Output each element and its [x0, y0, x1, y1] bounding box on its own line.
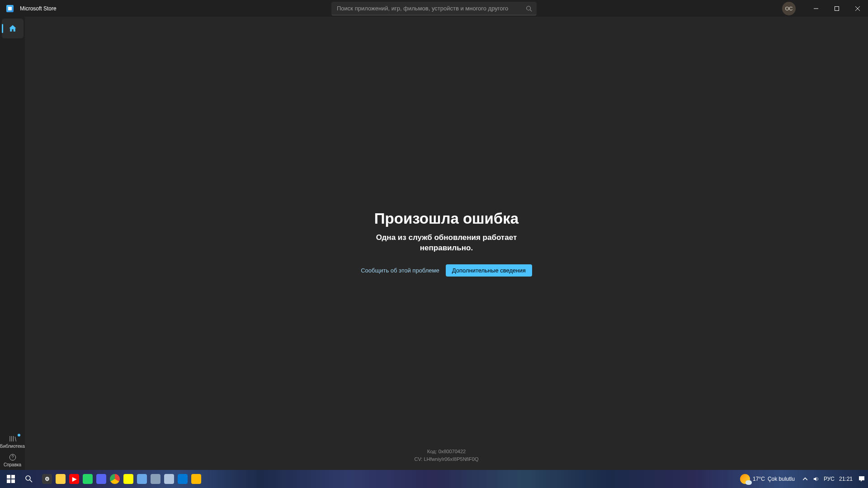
system-tray[interactable]: РУС	[802, 476, 835, 482]
svg-line-1	[530, 9, 532, 11]
taskbar: ⚙ ▶ 17°C Çok bulutlu РУС 21:21	[0, 470, 868, 488]
weather-desc: Çok bulutlu	[768, 476, 795, 482]
app-title: Microsoft Store	[20, 5, 57, 12]
sidebar: Библиотека Справка	[0, 17, 25, 470]
taskbar-clock[interactable]: 21:21	[838, 476, 854, 482]
search-wrap	[331, 2, 537, 15]
tb-app-generic3[interactable]	[163, 470, 175, 488]
tb-app-discord[interactable]	[95, 470, 108, 488]
error-cv: CV: LHfwniyIr06xI8P5NfiF0Q	[25, 455, 868, 464]
svg-rect-3	[835, 6, 839, 10]
content-area: Произошла ошибка Одна из служб обновлени…	[25, 17, 868, 470]
error-subtitle-line1: Одна из служб обновления работает	[376, 233, 517, 242]
library-icon	[9, 435, 17, 443]
chevron-up-icon	[802, 476, 808, 482]
store-app-icon	[6, 5, 14, 12]
error-code: Код: 0x80070422	[25, 448, 868, 456]
tb-app-generic1[interactable]	[136, 470, 148, 488]
titlebar: Microsoft Store OC	[0, 0, 868, 17]
help-icon	[9, 453, 17, 461]
nav-home[interactable]	[2, 19, 24, 38]
nav-help[interactable]: Справка	[0, 451, 25, 467]
error-actions: Сообщить об этой проблеме Дополнительные…	[361, 264, 532, 277]
windows-icon	[7, 475, 15, 483]
action-center-button[interactable]	[857, 475, 866, 483]
tray-language[interactable]: РУС	[824, 476, 835, 482]
tb-app-snapchat[interactable]	[122, 470, 135, 488]
svg-rect-12	[7, 475, 10, 479]
weather-temp: 17°C	[753, 476, 765, 482]
maximize-button[interactable]	[826, 2, 847, 15]
error-subtitle: Одна из служб обновления работает неправ…	[376, 233, 517, 253]
svg-line-9	[15, 437, 16, 442]
taskbar-weather[interactable]: 17°C Çok bulutlu	[740, 474, 795, 484]
svg-line-17	[30, 480, 32, 482]
tb-app-store[interactable]	[190, 470, 203, 488]
search-icon	[25, 475, 33, 483]
home-icon	[8, 24, 17, 33]
profile-avatar[interactable]: OC	[782, 2, 796, 15]
search-input[interactable]	[331, 2, 537, 15]
report-problem-link[interactable]: Сообщить об этой проблеме	[361, 267, 439, 274]
tb-app-youtube[interactable]: ▶	[68, 470, 80, 488]
start-button[interactable]	[2, 470, 20, 488]
weather-icon	[740, 474, 750, 484]
svg-rect-15	[11, 479, 15, 483]
tb-app-explorer[interactable]	[54, 470, 67, 488]
tb-app-generic2[interactable]	[149, 470, 162, 488]
tb-app-photos[interactable]	[176, 470, 189, 488]
notification-icon	[858, 475, 865, 483]
nav-library-label: Библиотека	[0, 444, 24, 449]
nav-help-label: Справка	[4, 462, 21, 467]
svg-rect-14	[7, 479, 10, 483]
error-title: Произошла ошибка	[374, 210, 519, 227]
error-codes: Код: 0x80070422 CV: LHfwniyIr06xI8P5NfiF…	[25, 448, 868, 464]
taskbar-apps: ⚙ ▶	[41, 470, 203, 488]
svg-point-0	[527, 6, 531, 10]
svg-rect-13	[11, 475, 15, 479]
nav-library[interactable]: Библиотека	[0, 433, 25, 449]
tb-app-settings[interactable]: ⚙	[41, 470, 53, 488]
svg-point-16	[26, 476, 30, 480]
error-subtitle-line2: неправильно.	[420, 244, 473, 252]
volume-icon	[813, 476, 819, 482]
taskbar-search-button[interactable]	[20, 470, 38, 488]
library-notification-dot	[18, 434, 20, 436]
close-button[interactable]	[847, 2, 868, 15]
more-info-button[interactable]: Дополнительные сведения	[446, 264, 532, 277]
tb-app-chrome[interactable]	[108, 470, 121, 488]
tb-app-whatsapp[interactable]	[81, 470, 94, 488]
search-icon	[526, 5, 532, 12]
minimize-button[interactable]	[806, 2, 826, 15]
